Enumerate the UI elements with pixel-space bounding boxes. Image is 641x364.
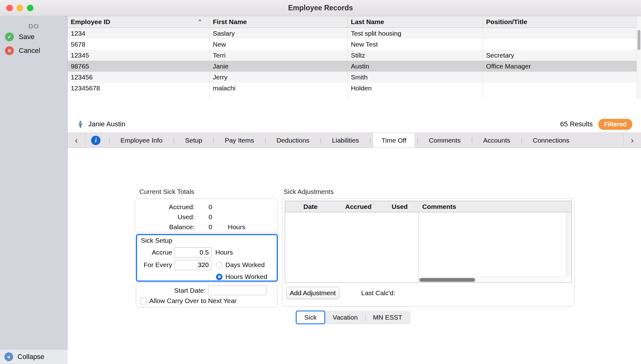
collapse-button[interactable]: « Collapse (0, 349, 68, 364)
cancel-button[interactable]: ✕ Cancel (0, 44, 67, 58)
accrue-hours-input[interactable] (175, 247, 212, 258)
tab-setup[interactable]: Setup (177, 133, 210, 148)
save-check-icon: ✓ (5, 33, 14, 41)
info-tab[interactable]: i (85, 133, 106, 148)
table-row[interactable]: 12345678 malachi Holden (68, 83, 641, 94)
cancel-x-icon: ✕ (5, 46, 14, 55)
tab-separator: ⋮ (518, 133, 525, 148)
tab-employee-info[interactable]: Employee Info (112, 133, 171, 148)
spacer (577, 133, 623, 148)
current-sick-totals-box: Accrued: 0 Used: 0 Balance: 0 Hours (135, 199, 278, 232)
table-empty-space (68, 94, 641, 99)
save-button-label: Save (19, 33, 34, 41)
info-icon: i (91, 136, 100, 145)
tab-accounts[interactable]: Accounts (475, 133, 518, 148)
tab-separator: ⋮ (106, 133, 112, 148)
filtered-badge[interactable]: Filtered (598, 119, 632, 130)
start-date-row: Start Date: (136, 286, 266, 295)
balance-total-value: 0 (195, 223, 226, 231)
record-bar: Janie Austin 65 Results Filtered (68, 116, 641, 133)
column-header-employee-id[interactable]: Employee ID ⌃ (68, 16, 209, 28)
comments-vertical-scrollbar[interactable] (566, 213, 572, 277)
save-button[interactable]: ✓ Save (0, 30, 67, 44)
adjustments-table-body (285, 213, 572, 282)
tab-separator: ⋮ (469, 133, 475, 148)
adjustments-table-header: Date Accrued Used Comments (285, 201, 572, 212)
column-header-last-name[interactable]: Last Name (347, 16, 483, 28)
carry-over-checkbox[interactable] (140, 298, 146, 304)
time-off-panel: Current Sick Totals Accrued: 0 Used: 0 B… (68, 148, 641, 364)
current-sick-totals-title: Current Sick Totals (139, 188, 194, 195)
minimize-window-button[interactable] (17, 5, 23, 11)
table-row[interactable]: 5678 New New Test (68, 39, 641, 50)
comments-horizontal-scrollbar[interactable] (419, 277, 566, 282)
sort-ascending-icon: ⌃ (197, 18, 203, 26)
selected-record-name: Janie Austin (88, 120, 126, 128)
tab-time-off[interactable]: Time Off (373, 133, 414, 148)
add-adjustment-button[interactable]: Add Adjustment (286, 287, 339, 299)
tab-separator: ⋮ (414, 133, 421, 148)
sick-setup-title: Sick Setup (141, 237, 172, 244)
start-date-box: Start Date: Allow Carry Over to Next Yea… (136, 282, 277, 307)
tab-connections[interactable]: Connections (525, 133, 577, 148)
comments-scrollbar-thumb[interactable] (419, 278, 475, 282)
for-every-row: For Every Days Worked (141, 260, 265, 270)
column-header-position-title[interactable]: Position/Title (483, 16, 641, 28)
tab-separator: ⋮ (171, 133, 177, 148)
adj-column-used: Used (381, 201, 418, 212)
sick-setup-box: Sick Setup Accrue Hours For Every Days W… (136, 234, 278, 282)
tab-pay-items[interactable]: Pay Items (217, 133, 262, 148)
window-titlebar: Employee Records (0, 0, 641, 16)
table-row[interactable]: 123456 Jerry Smith (68, 72, 641, 83)
column-header-first-name[interactable]: First Name (209, 16, 347, 28)
cancel-button-label: Cancel (19, 47, 40, 55)
record-tab-bar: ‹ i ⋮ Employee Info ⋮ Setup ⋮ Pay Items … (68, 133, 641, 148)
window-controls (6, 5, 33, 11)
adj-column-comments: Comments (418, 201, 572, 212)
tab-separator: ⋮ (367, 133, 373, 148)
adjustments-table: Date Accrued Used Comments (285, 201, 572, 283)
balance-total-row: Balance: 0 Hours (135, 222, 278, 232)
category-tab-vacation[interactable]: Vacation (325, 311, 365, 324)
last-calcd-label: Last Calc'd: (361, 289, 395, 297)
close-window-button[interactable] (6, 5, 13, 11)
tab-liabilities[interactable]: Liabilities (324, 133, 367, 148)
time-off-category-tabs: Sick Vacation MN ESST (295, 311, 410, 324)
main-area: Employee ID ⌃ First Name Last Name Posit… (68, 16, 641, 364)
tabs-scroll-right-button[interactable]: › (623, 133, 641, 148)
table-vertical-scrollbar[interactable] (637, 16, 641, 99)
tab-deductions[interactable]: Deductions (269, 133, 318, 148)
accrued-total-row: Accrued: 0 (135, 202, 278, 212)
sidebar-header: DO (0, 23, 67, 30)
zoom-window-button[interactable] (27, 5, 33, 11)
adj-column-accrued: Accrued (336, 201, 381, 212)
table-row-selected[interactable]: 98765 Janie Austin Office Manager (68, 61, 641, 72)
hours-worked-row: Hours Worked (216, 271, 267, 282)
accrued-total-value: 0 (195, 203, 226, 211)
days-worked-radio[interactable] (216, 262, 223, 268)
tabs-scroll-left-button[interactable]: ‹ (68, 133, 85, 148)
category-tab-mn-esst[interactable]: MN ESST (366, 311, 410, 324)
employee-table-header: Employee ID ⌃ First Name Last Name Posit… (68, 16, 641, 28)
tab-separator: ⋮ (210, 133, 217, 148)
carry-over-row: Allow Carry Over to Next Year (140, 297, 237, 305)
results-count: 65 Results (560, 120, 593, 128)
collapse-button-label: Collapse (18, 353, 44, 361)
collapse-chevrons-icon: « (4, 352, 13, 361)
used-total-value: 0 (195, 213, 226, 221)
accrue-row: Accrue Hours (141, 247, 233, 258)
hours-worked-radio[interactable] (216, 274, 223, 280)
start-date-input[interactable] (208, 286, 266, 295)
tab-separator: ⋮ (262, 133, 269, 148)
for-every-input[interactable] (175, 260, 212, 270)
sidebar: DO ✓ Save ✕ Cancel « Collapse (0, 16, 68, 364)
tab-comments[interactable]: Comments (421, 133, 469, 148)
table-row[interactable]: 12345 Terri Stiltz Secretary (68, 50, 641, 61)
table-scrollbar-thumb[interactable] (638, 30, 640, 50)
category-tab-sick[interactable]: Sick (296, 311, 325, 324)
table-row[interactable]: 1234 Saslary Test split housing (68, 28, 641, 39)
sick-adjustments-title: Sick Adjustments (284, 188, 334, 195)
employee-table: Employee ID ⌃ First Name Last Name Posit… (68, 16, 641, 99)
used-total-row: Used: 0 (135, 212, 278, 222)
comments-area[interactable] (418, 213, 572, 282)
